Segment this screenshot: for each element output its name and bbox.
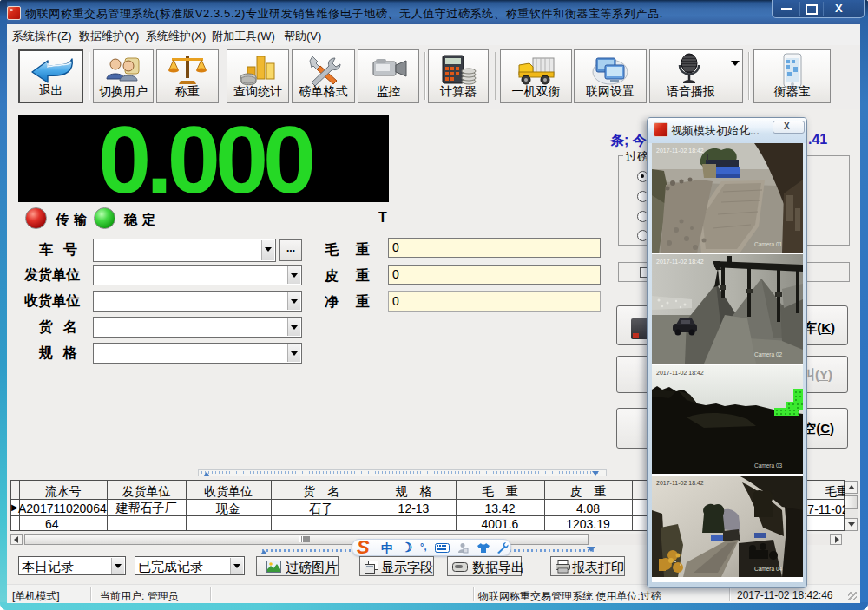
svg-text:2017-11-02 18:42: 2017-11-02 18:42	[656, 259, 704, 265]
svg-text:2017-11-02 18:42: 2017-11-02 18:42	[656, 370, 704, 376]
svg-text:2017-11-02 18:42: 2017-11-02 18:42	[656, 480, 704, 486]
svg-text:Camera 01: Camera 01	[754, 241, 783, 247]
svg-text:Camera 04: Camera 04	[754, 566, 783, 572]
svg-text:Camera 02: Camera 02	[754, 351, 783, 357]
svg-text:2017-11-02 18:42: 2017-11-02 18:42	[656, 148, 704, 154]
svg-text:Camera 03: Camera 03	[754, 462, 783, 469]
